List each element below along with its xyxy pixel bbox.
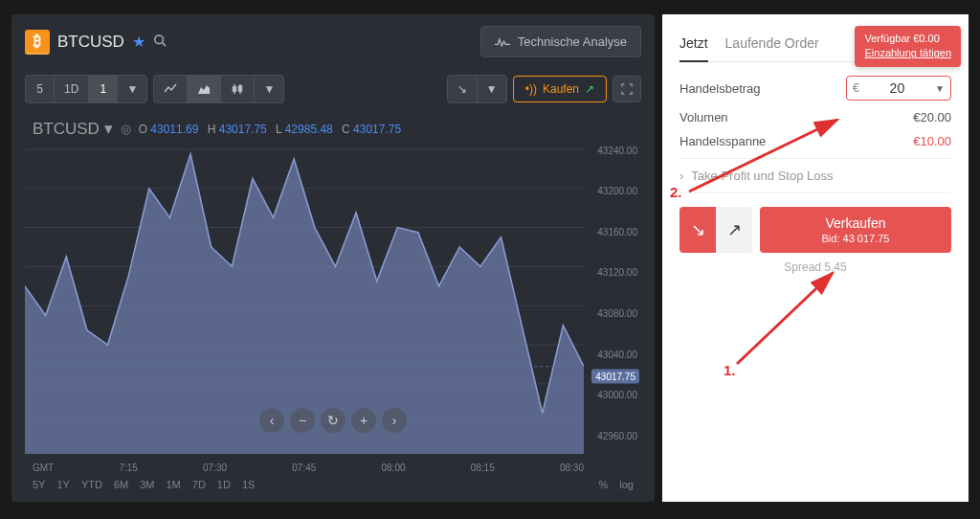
range-1y[interactable]: 1Y [56,479,69,490]
order-tabs: Jetzt Laufende Order Verfügbar €0.00 Ein… [679,28,951,62]
ohlc-values: O 43011.69 H 43017.75 L 42985.48 C 43017… [139,123,408,136]
svg-rect-4 [234,87,236,91]
spread-fee-label: Handelsspanne [679,134,766,148]
sell-direction-button[interactable]: ↘ [679,207,716,253]
volume-label: Volumen [679,110,728,124]
scale-percent[interactable]: % [599,479,609,490]
zoom-out-button[interactable]: − [290,408,315,433]
x-tick: 7:15 [119,463,137,473]
spread-text: Spread 5.45 [679,260,951,274]
svg-marker-2 [198,85,210,94]
signal-icon: •)) [525,82,537,96]
candlestick-chart-icon[interactable] [221,76,255,102]
amount-row: Handelsbetrag € 20 ▼ [679,76,951,101]
bitcoin-icon: ₿ [25,30,50,55]
reset-zoom-button[interactable]: ↻ [321,408,345,433]
chevron-down-icon[interactable]: ▼ [935,83,945,94]
symbol-name: BTCUSD [57,33,124,52]
sell-button-label: Verkaufen [769,215,942,231]
range-7d[interactable]: 7D [192,479,206,490]
direction-group: ↘ ▼ [447,75,507,103]
tp-sl-label: Take Profit und Stop Loss [691,169,833,183]
range-3m[interactable]: 3M [140,479,154,490]
x-axis: GMT7:1507:3007:4508:0008:1508:30 [33,463,584,473]
spread-fee-row: Handelsspanne €10.00 [679,134,951,148]
area-chart-icon[interactable] [188,76,221,102]
range-5y[interactable]: 5Y [33,479,45,490]
x-tick: 07:45 [292,463,316,473]
buy-direction-button[interactable]: ↗ [716,207,752,253]
timeframe-1d[interactable]: 1D [55,76,89,102]
tab-pending[interactable]: Laufende Order [725,28,819,61]
chevron-right-icon: › [679,169,683,183]
timeframe-1[interactable]: 1 [89,76,118,102]
chart-ohlc-header: BTCUSD ▾ ◎ O 43011.69 H 43017.75 L 42985… [33,119,407,139]
y-tick: 43240.00 [597,145,637,155]
volume-row: Volumen €20.00 [679,110,951,124]
svg-line-1 [163,43,167,47]
svg-point-0 [155,35,164,44]
x-tick: 08:00 [382,463,406,473]
scale-log[interactable]: log [619,479,634,490]
pulse-icon [495,35,510,49]
timeframe-5[interactable]: 5 [26,76,55,102]
arrow-up-icon: ↗ [585,82,594,96]
eye-icon[interactable]: ◎ [121,122,131,136]
search-icon[interactable] [153,34,167,50]
y-tick: 43160.00 [597,226,637,237]
timeframe-dropdown[interactable]: ▼ [118,76,146,102]
available-balance-tooltip: Verfügbar €0.00 Einzahlung tätigen [855,26,961,67]
buy-label: Kaufen [543,82,579,96]
symbol-block: ₿ BTCUSD ★ [25,30,167,55]
y-tick: 43120.00 [597,267,637,278]
order-panel: ✕ Jetzt Laufende Order Verfügbar €0.00 E… [662,14,969,502]
tp-sl-toggle[interactable]: › Take Profit und Stop Loss [679,158,951,193]
y-tick: 43200.00 [597,186,637,196]
chart-plot[interactable] [25,113,584,454]
y-axis-current-price: 43017.75 [591,370,639,384]
deposit-link[interactable]: Einzahlung tätigen [864,46,951,60]
range-1m[interactable]: 1M [167,479,181,490]
pan-left-button[interactable]: ‹ [259,408,284,433]
range-row: 5Y1YYTD6M3M1M7D1D1S % log [33,479,634,490]
chart-toolbar: 5 1D 1 ▼ ▼ ↘ ▼ •)) [25,75,641,103]
chart-area[interactable]: BTCUSD ▾ ◎ O 43011.69 H 43017.75 L 42985… [25,113,641,490]
fullscreen-button[interactable] [612,76,641,102]
x-tick: 07:30 [203,463,227,473]
y-tick: 43080.00 [597,307,637,318]
amount-value: 20 [890,80,905,96]
y-tick: 43000.00 [597,390,637,400]
timeframe-group: 5 1D 1 ▼ [25,75,147,103]
svg-rect-6 [239,86,242,91]
favorite-star-icon[interactable]: ★ [132,33,145,51]
y-tick: 42960.00 [597,430,637,440]
direction-dropdown[interactable]: ▼ [478,76,506,102]
chart-symbol: BTCUSD ▾ [33,119,113,139]
zoom-controls: ‹ − ↻ + › [259,408,407,433]
volume-value: €20.00 [913,110,951,124]
chart-type-dropdown[interactable]: ▼ [255,76,283,102]
range-ytd[interactable]: YTD [81,479,102,490]
sell-button-bid: Bid: 43 017.75 [769,233,942,244]
pan-right-button[interactable]: › [382,408,407,433]
direction-down-icon[interactable]: ↘ [448,76,478,102]
y-axis: 43240.0043200.0043160.0043120.0043080.00… [584,113,641,454]
x-tick: 08:30 [560,463,584,473]
chart-panel: ₿ BTCUSD ★ Technische Analyse 5 1D 1 ▼ [11,14,655,502]
tab-now[interactable]: Jetzt [679,28,708,62]
fullscreen-icon [621,83,633,95]
amount-label: Handelsbetrag [679,81,761,96]
range-1s[interactable]: 1S [242,479,255,490]
y-tick: 43040.00 [597,349,637,359]
x-tick: 08:15 [471,463,495,473]
line-chart-icon[interactable] [154,76,188,102]
amount-input[interactable]: € 20 ▼ [846,76,951,101]
range-6m[interactable]: 6M [114,479,128,490]
buy-button[interactable]: •)) Kaufen ↗ [513,76,607,102]
technical-analysis-label: Technische Analyse [518,34,627,49]
technical-analysis-button[interactable]: Technische Analyse [480,26,641,57]
sell-button[interactable]: Verkaufen Bid: 43 017.75 [760,207,951,253]
spread-fee-value: €10.00 [913,134,951,148]
zoom-in-button[interactable]: + [351,408,376,433]
range-1d[interactable]: 1D [217,479,231,490]
